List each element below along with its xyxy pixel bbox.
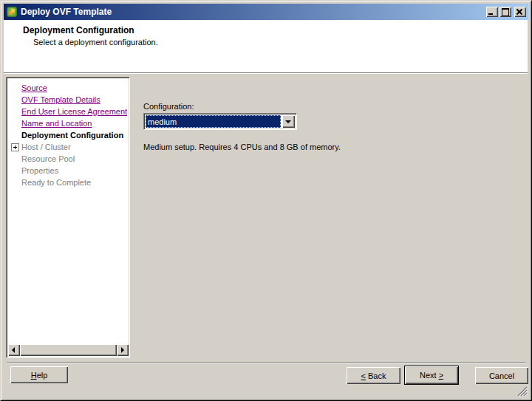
scroll-right-icon[interactable] — [117, 344, 129, 356]
configuration-selected-value[interactable]: medium — [146, 115, 281, 128]
step-label: Resource Pool — [21, 154, 75, 163]
wizard-steps-panel: Source OVF Template Details End User Lic… — [6, 77, 130, 358]
wizard-steps-list: Source OVF Template Details End User Lic… — [8, 79, 128, 344]
help-rest: elp — [37, 371, 48, 380]
sidebar-item-end-user-license-agreement[interactable]: End User License Agreement — [8, 106, 128, 117]
sidebar-item-properties: Properties — [8, 165, 128, 176]
step-label[interactable]: End User License Agreement — [21, 107, 127, 116]
next-accel: > — [439, 371, 443, 380]
sidebar-item-name-and-location[interactable]: Name and Location — [8, 117, 128, 129]
back-button[interactable]: < Back — [347, 367, 400, 384]
footer-separator — [7, 362, 525, 363]
help-accel: H — [31, 371, 37, 380]
expand-plus-icon[interactable] — [11, 143, 19, 151]
step-label: Ready to Complete — [21, 178, 91, 187]
maximize-icon[interactable] — [499, 7, 511, 17]
cancel-button[interactable]: Cancel — [475, 367, 528, 384]
title-bar[interactable]: Deploy OVF Template — [4, 4, 528, 20]
deploy-ovf-template-dialog: Deploy OVF Template Deployment Configura… — [0, 0, 532, 401]
wizard-header: Deployment Configuration Select a deploy… — [4, 20, 528, 72]
configuration-description: Medium setup. Requires 4 CPUs and 8 GB o… — [143, 143, 341, 151]
vmware-app-icon — [6, 6, 18, 18]
horizontal-scrollbar[interactable] — [8, 344, 128, 356]
step-label: Properties — [21, 166, 58, 175]
page-subtitle: Select a deployment configuration. — [33, 38, 158, 47]
chevron-down-icon[interactable] — [282, 115, 295, 128]
scroll-left-icon[interactable] — [8, 344, 20, 356]
configuration-dropdown[interactable]: medium — [143, 113, 297, 130]
close-icon[interactable] — [514, 7, 526, 17]
window-title: Deploy OVF Template — [21, 7, 486, 17]
sidebar-item-ovf-template-details[interactable]: OVF Template Details — [8, 94, 128, 106]
step-label: Host / Cluster — [21, 143, 71, 151]
sidebar-item-host-cluster: Host / Cluster — [8, 141, 128, 153]
sidebar-item-deployment-configuration: Deployment Configuration — [8, 129, 128, 141]
step-label[interactable]: Source — [21, 83, 47, 92]
cancel-label: Cancel — [489, 371, 514, 380]
scrollbar-thumb[interactable] — [20, 344, 117, 356]
header-separator — [4, 72, 528, 74]
sidebar-item-source[interactable]: Source — [8, 82, 128, 94]
help-button[interactable]: Help — [10, 366, 68, 383]
step-label-current: Deployment Configuration — [21, 131, 123, 140]
resize-grip[interactable] — [517, 386, 528, 397]
step-label[interactable]: OVF Template Details — [21, 95, 100, 104]
sidebar-item-ready-to-complete: Ready to Complete — [8, 176, 128, 188]
step-label[interactable]: Name and Location — [21, 119, 92, 128]
minimize-icon[interactable] — [486, 7, 498, 17]
back-rest: Back — [366, 371, 386, 380]
next-pre: Next — [420, 371, 439, 380]
sidebar-item-resource-pool: Resource Pool — [8, 153, 128, 165]
next-button[interactable]: Next > — [404, 366, 459, 385]
page-title: Deployment Configuration — [23, 25, 134, 35]
configuration-label: Configuration: — [143, 102, 194, 111]
